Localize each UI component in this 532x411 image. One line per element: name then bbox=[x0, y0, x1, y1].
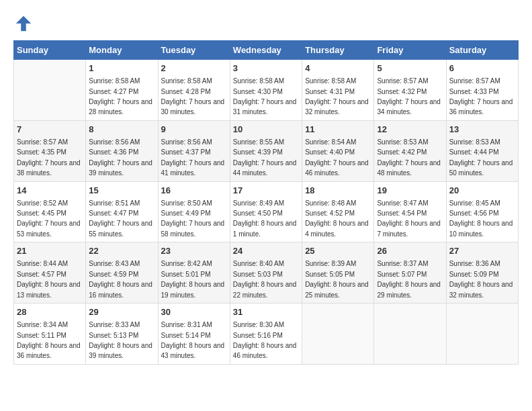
daylight-text: Daylight: 7 hours and 36 minutes. bbox=[449, 98, 513, 116]
sunrise-text: Sunrise: 8:43 AM bbox=[89, 260, 140, 267]
calendar-cell bbox=[302, 304, 374, 365]
daylight-text: Daylight: 8 hours and 22 minutes. bbox=[233, 281, 297, 298]
weekday-header-row: SundayMondayTuesdayWednesdayThursdayFrid… bbox=[14, 41, 519, 60]
day-number: 12 bbox=[377, 124, 443, 136]
sunset-text: Sunset: 4:47 PM bbox=[89, 210, 138, 217]
sunrise-text: Sunrise: 8:53 AM bbox=[377, 138, 428, 146]
sunset-text: Sunset: 4:50 PM bbox=[233, 210, 283, 217]
day-number: 22 bbox=[89, 245, 154, 257]
calendar-cell: 24 Sunrise: 8:40 AM Sunset: 5:03 PM Dayl… bbox=[230, 242, 302, 304]
sunrise-text: Sunrise: 8:39 AM bbox=[305, 260, 356, 267]
day-number: 3 bbox=[233, 62, 299, 75]
calendar-week-row: 28 Sunrise: 8:34 AM Sunset: 5:11 PM Dayl… bbox=[14, 304, 519, 365]
sunset-text: Sunset: 4:39 PM bbox=[233, 148, 283, 156]
calendar-cell bbox=[14, 60, 86, 121]
day-number: 21 bbox=[17, 245, 83, 257]
day-number: 1 bbox=[89, 62, 154, 75]
day-number: 30 bbox=[161, 306, 227, 318]
weekday-header: Wednesday bbox=[230, 41, 302, 60]
sunrise-text: Sunrise: 8:31 AM bbox=[161, 321, 212, 328]
sunset-text: Sunset: 4:52 PM bbox=[305, 210, 355, 217]
sunrise-text: Sunrise: 8:48 AM bbox=[305, 199, 356, 207]
sunrise-text: Sunrise: 8:55 AM bbox=[233, 138, 284, 146]
calendar-cell: 21 Sunrise: 8:44 AM Sunset: 4:57 PM Dayl… bbox=[14, 242, 86, 304]
sunset-text: Sunset: 4:42 PM bbox=[377, 148, 427, 156]
sunset-text: Sunset: 4:49 PM bbox=[161, 210, 211, 217]
sunset-text: Sunset: 5:03 PM bbox=[233, 271, 283, 278]
calendar-cell: 10 Sunrise: 8:55 AM Sunset: 4:39 PM Dayl… bbox=[230, 120, 302, 181]
daylight-text: Daylight: 8 hours and 19 minutes. bbox=[161, 281, 225, 298]
daylight-text: Daylight: 7 hours and 46 minutes. bbox=[305, 159, 369, 177]
calendar-cell: 6 Sunrise: 8:57 AM Sunset: 4:33 PM Dayli… bbox=[446, 60, 518, 121]
calendar-cell: 22 Sunrise: 8:43 AM Sunset: 4:59 PM Dayl… bbox=[86, 242, 158, 304]
day-number: 23 bbox=[161, 245, 227, 257]
sunset-text: Sunset: 4:31 PM bbox=[305, 88, 355, 95]
calendar-cell: 23 Sunrise: 8:42 AM Sunset: 5:01 PM Dayl… bbox=[158, 242, 230, 304]
sunset-text: Sunset: 4:40 PM bbox=[305, 148, 355, 156]
sunset-text: Sunset: 4:27 PM bbox=[89, 88, 138, 95]
sunrise-text: Sunrise: 8:44 AM bbox=[17, 260, 68, 267]
day-number: 26 bbox=[377, 245, 443, 257]
daylight-text: Daylight: 8 hours and 29 minutes. bbox=[377, 281, 441, 298]
calendar-cell: 13 Sunrise: 8:53 AM Sunset: 4:44 PM Dayl… bbox=[446, 120, 518, 181]
day-number: 15 bbox=[89, 185, 154, 197]
sunrise-text: Sunrise: 8:45 AM bbox=[449, 199, 500, 207]
svg-marker-0 bbox=[16, 16, 32, 32]
daylight-text: Daylight: 7 hours and 58 minutes. bbox=[161, 220, 225, 237]
day-number: 27 bbox=[449, 245, 515, 257]
calendar-cell: 2 Sunrise: 8:58 AM Sunset: 4:28 PM Dayli… bbox=[158, 60, 230, 121]
day-number: 24 bbox=[233, 245, 299, 257]
calendar-cell: 18 Sunrise: 8:48 AM Sunset: 4:52 PM Dayl… bbox=[302, 181, 374, 242]
day-number: 14 bbox=[17, 185, 83, 197]
sunset-text: Sunset: 4:28 PM bbox=[161, 88, 211, 95]
daylight-text: Daylight: 8 hours and 13 minutes. bbox=[17, 281, 81, 298]
daylight-text: Daylight: 7 hours and 39 minutes. bbox=[89, 159, 152, 177]
sunrise-text: Sunrise: 8:40 AM bbox=[233, 260, 284, 267]
daylight-text: Daylight: 7 hours and 38 minutes. bbox=[17, 159, 81, 177]
calendar-cell: 8 Sunrise: 8:56 AM Sunset: 4:36 PM Dayli… bbox=[86, 120, 158, 181]
calendar-cell: 3 Sunrise: 8:58 AM Sunset: 4:30 PM Dayli… bbox=[230, 60, 302, 121]
sunrise-text: Sunrise: 8:54 AM bbox=[305, 138, 356, 146]
day-number: 4 bbox=[305, 62, 371, 75]
calendar-cell: 20 Sunrise: 8:45 AM Sunset: 4:56 PM Dayl… bbox=[446, 181, 518, 242]
calendar-cell: 31 Sunrise: 8:30 AM Sunset: 5:16 PM Dayl… bbox=[230, 304, 302, 365]
sunset-text: Sunset: 5:16 PM bbox=[233, 332, 283, 339]
calendar-cell: 4 Sunrise: 8:58 AM Sunset: 4:31 PM Dayli… bbox=[302, 60, 374, 121]
day-number: 11 bbox=[305, 124, 371, 136]
daylight-text: Daylight: 7 hours and 41 minutes. bbox=[161, 159, 225, 177]
daylight-text: Daylight: 7 hours and 48 minutes. bbox=[377, 159, 441, 177]
weekday-header: Tuesday bbox=[158, 41, 230, 60]
sunset-text: Sunset: 5:09 PM bbox=[449, 271, 499, 278]
calendar-cell: 5 Sunrise: 8:57 AM Sunset: 4:32 PM Dayli… bbox=[374, 60, 446, 121]
sunrise-text: Sunrise: 8:57 AM bbox=[449, 77, 500, 85]
day-number: 8 bbox=[89, 124, 154, 136]
daylight-text: Daylight: 7 hours and 44 minutes. bbox=[233, 159, 297, 177]
day-number: 10 bbox=[233, 124, 299, 136]
weekday-header: Friday bbox=[374, 41, 446, 60]
calendar-cell: 7 Sunrise: 8:57 AM Sunset: 4:35 PM Dayli… bbox=[14, 120, 86, 181]
sunset-text: Sunset: 4:32 PM bbox=[377, 88, 427, 95]
sunrise-text: Sunrise: 8:36 AM bbox=[449, 260, 500, 267]
sunrise-text: Sunrise: 8:49 AM bbox=[233, 199, 284, 207]
day-number: 2 bbox=[161, 62, 227, 75]
daylight-text: Daylight: 7 hours and 30 minutes. bbox=[161, 98, 225, 116]
calendar-cell: 17 Sunrise: 8:49 AM Sunset: 4:50 PM Dayl… bbox=[230, 181, 302, 242]
sunset-text: Sunset: 4:30 PM bbox=[233, 88, 283, 95]
calendar-cell: 14 Sunrise: 8:52 AM Sunset: 4:45 PM Dayl… bbox=[14, 181, 86, 242]
day-number: 6 bbox=[449, 62, 515, 75]
sunset-text: Sunset: 4:37 PM bbox=[161, 148, 211, 156]
weekday-header: Monday bbox=[86, 41, 158, 60]
daylight-text: Daylight: 8 hours and 7 minutes. bbox=[377, 220, 441, 237]
weekday-header: Thursday bbox=[302, 41, 374, 60]
daylight-text: Daylight: 7 hours and 55 minutes. bbox=[89, 220, 152, 237]
sunset-text: Sunset: 4:56 PM bbox=[449, 210, 499, 217]
calendar-cell: 30 Sunrise: 8:31 AM Sunset: 5:14 PM Dayl… bbox=[158, 304, 230, 365]
sunrise-text: Sunrise: 8:34 AM bbox=[17, 321, 68, 328]
daylight-text: Daylight: 7 hours and 31 minutes. bbox=[233, 98, 297, 116]
weekday-header: Saturday bbox=[446, 41, 518, 60]
sunrise-text: Sunrise: 8:42 AM bbox=[161, 260, 212, 267]
day-number: 20 bbox=[449, 185, 515, 197]
day-number: 19 bbox=[377, 185, 443, 197]
sunset-text: Sunset: 5:05 PM bbox=[305, 271, 355, 278]
sunset-text: Sunset: 4:59 PM bbox=[89, 271, 138, 278]
